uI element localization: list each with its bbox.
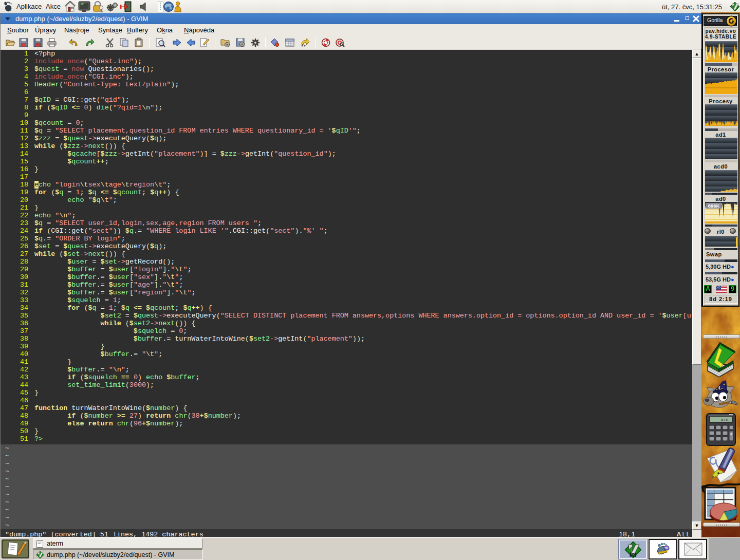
svg-text:978.: 978. [721, 418, 731, 422]
svg-text:im: im [630, 551, 637, 558]
